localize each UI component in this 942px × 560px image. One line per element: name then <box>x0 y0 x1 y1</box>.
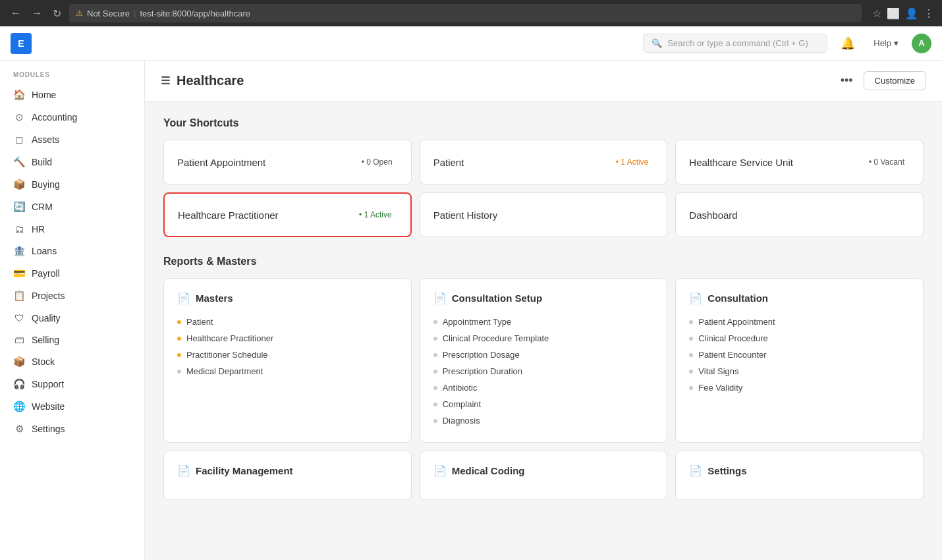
badge-dot-vacant-icon: • <box>869 157 872 167</box>
c-item-vital-signs[interactable]: Vital Signs <box>689 363 910 379</box>
search-icon: 🔍 <box>651 38 662 48</box>
forward-button[interactable]: → <box>29 5 45 22</box>
shortcut-dashboard[interactable]: Dashboard <box>675 192 924 237</box>
badge-patient-appointment: • 0 Open <box>356 155 398 169</box>
shortcut-patient[interactable]: Patient • 1 Active <box>420 140 668 184</box>
sidebar-label-loans: Loans <box>32 246 57 256</box>
customize-button[interactable]: Customize <box>864 71 926 90</box>
sidebar-item-settings[interactable]: ⚙ Settings <box>0 418 144 440</box>
cs-item-prescription-duration[interactable]: Prescription Duration <box>433 363 654 379</box>
content-area: ☰ Healthcare ••• Customize Your Shortcut… <box>145 61 942 560</box>
shortcut-name-hsu: Healthcare Service Unit <box>689 157 793 168</box>
sidebar-item-selling[interactable]: 🗃 Selling <box>0 329 144 350</box>
profile-button[interactable]: 👤 <box>905 7 918 20</box>
sidebar-item-payroll[interactable]: 💳 Payroll <box>0 262 144 285</box>
dot-antibiotic <box>433 386 437 390</box>
c-item-patient-appointment[interactable]: Patient Appointment <box>689 314 910 330</box>
badge-patient: • 1 Active <box>611 155 654 169</box>
masters-title: Masters <box>196 293 233 304</box>
menu-button[interactable]: ⋮ <box>924 7 934 20</box>
hamburger-icon[interactable]: ☰ <box>161 74 170 87</box>
bookmark-button[interactable]: ☆ <box>872 7 881 20</box>
sidebar-label-assets: Assets <box>32 134 59 145</box>
sidebar-item-stock[interactable]: 📦 Stock <box>0 350 144 373</box>
dot-c-patient-appt <box>689 320 693 324</box>
reload-button[interactable]: ↻ <box>50 5 64 22</box>
website-icon: 🌐 <box>13 401 25 412</box>
report-card-masters[interactable]: 📄 Masters Patient Healthcare Practitione… <box>163 278 412 443</box>
sidebar-label-website: Website <box>32 401 65 412</box>
c-item-clinical-procedure[interactable]: Clinical Procedure <box>689 330 910 347</box>
consultation-title: Consultation <box>707 293 768 304</box>
sidebar-item-support[interactable]: 🎧 Support <box>0 373 144 395</box>
masters-doc-icon: 📄 <box>177 292 190 304</box>
report-card-settings[interactable]: 📄 Settings <box>675 451 924 500</box>
cs-item-antibiotic[interactable]: Antibiotic <box>433 379 654 396</box>
sidebar-label-payroll: Payroll <box>32 268 60 279</box>
sidebar-item-quality[interactable]: 🛡 Quality <box>0 307 144 329</box>
url-separator: | <box>134 9 136 18</box>
dot-schedule <box>177 353 181 357</box>
cs-item-appointment-type[interactable]: Appointment Type <box>433 314 654 330</box>
notifications-button[interactable]: 🔔 <box>835 34 860 53</box>
back-button[interactable]: ← <box>8 5 24 22</box>
app-logo[interactable]: E <box>11 33 32 54</box>
settings-title: Settings <box>707 465 746 476</box>
sidebar-item-crm[interactable]: 🔄 CRM <box>0 196 144 218</box>
sidebar-item-build[interactable]: 🔨 Build <box>0 151 144 173</box>
search-bar[interactable]: 🔍 Search or type a command (Ctrl + G) <box>643 34 827 53</box>
sidebar-item-assets[interactable]: ◻ Assets <box>0 128 144 151</box>
reports-grid: 📄 Masters Patient Healthcare Practitione… <box>163 278 924 443</box>
shortcut-name-patient-history: Patient History <box>433 210 498 221</box>
cs-item-prescription-dosage[interactable]: Prescription Dosage <box>433 347 654 363</box>
masters-item-patient[interactable]: Patient <box>177 314 398 330</box>
badge-dot-icon: • <box>362 157 364 167</box>
more-options-button[interactable]: ••• <box>835 71 858 90</box>
cs-item-diagnosis[interactable]: Diagnosis <box>433 412 654 429</box>
assets-icon: ◻ <box>13 134 25 146</box>
shortcut-healthcare-practitioner[interactable]: Healthcare Practitioner • 1 Active <box>163 192 412 237</box>
masters-item-medical-dept[interactable]: Medical Department <box>177 363 398 379</box>
c-item-fee-validity[interactable]: Fee Validity <box>689 379 910 396</box>
accounting-icon: ⊙ <box>13 111 25 123</box>
shortcut-patient-appointment[interactable]: Patient Appointment • 0 Open <box>163 140 412 184</box>
loans-icon: 🏦 <box>13 245 25 257</box>
sidebar-item-loans[interactable]: 🏦 Loans <box>0 240 144 262</box>
report-card-consultation-setup[interactable]: 📄 Consultation Setup Appointment Type Cl… <box>420 278 668 443</box>
modules-label: MODULES <box>0 71 144 84</box>
help-button[interactable]: Help ▾ <box>868 36 904 51</box>
sidebar-item-accounting[interactable]: ⊙ Accounting <box>0 106 144 128</box>
shortcut-name-patient: Patient <box>433 157 464 168</box>
settings-icon: ⚙ <box>13 423 25 435</box>
shortcut-patient-history[interactable]: Patient History <box>420 192 668 237</box>
window-button[interactable]: ⬜ <box>887 7 900 20</box>
shortcut-name-practitioner: Healthcare Practitioner <box>178 210 279 221</box>
projects-icon: 📋 <box>13 290 25 302</box>
report-card-medical-coding[interactable]: 📄 Medical Coding <box>420 451 668 500</box>
shortcut-healthcare-service-unit[interactable]: Healthcare Service Unit • 0 Vacant <box>675 140 924 184</box>
cs-item-clinical-procedure[interactable]: Clinical Procedure Template <box>433 330 654 347</box>
user-avatar[interactable]: A <box>912 34 931 53</box>
page-header: ☰ Healthcare ••• Customize <box>145 61 942 101</box>
browser-chrome: ← → ↻ ⚠ Not Secure | test-site:8000/app/… <box>0 0 942 26</box>
sidebar-item-projects[interactable]: 📋 Projects <box>0 285 144 307</box>
sidebar-item-buying[interactable]: 📦 Buying <box>0 173 144 196</box>
sidebar-item-home[interactable]: 🏠 Home <box>0 84 144 106</box>
sidebar-item-website[interactable]: 🌐 Website <box>0 395 144 418</box>
c-item-patient-encounter[interactable]: Patient Encounter <box>689 347 910 363</box>
sidebar-item-hr[interactable]: 🗂 HR <box>0 218 144 240</box>
shortcuts-grid: Patient Appointment • 0 Open Patient • 1… <box>163 140 924 237</box>
masters-header: 📄 Masters <box>177 292 398 304</box>
sidebar-label-home: Home <box>32 90 56 100</box>
bottom-cards-grid: 📄 Facility Management 📄 Medical Coding 📄… <box>163 451 924 500</box>
report-card-facility-management[interactable]: 📄 Facility Management <box>163 451 412 500</box>
sidebar-label-settings: Settings <box>32 424 65 434</box>
sidebar-label-crm: CRM <box>32 202 53 212</box>
url-bar[interactable]: ⚠ Not Secure | test-site:8000/app/health… <box>69 4 862 22</box>
cs-item-complaint[interactable]: Complaint <box>433 396 654 412</box>
masters-item-practitioner[interactable]: Healthcare Practitioner <box>177 330 398 347</box>
masters-item-schedule[interactable]: Practitioner Schedule <box>177 347 398 363</box>
report-card-consultation[interactable]: 📄 Consultation Patient Appointment Clini… <box>675 278 924 443</box>
hr-icon: 🗂 <box>13 223 25 235</box>
dot-diagnosis <box>433 419 437 423</box>
